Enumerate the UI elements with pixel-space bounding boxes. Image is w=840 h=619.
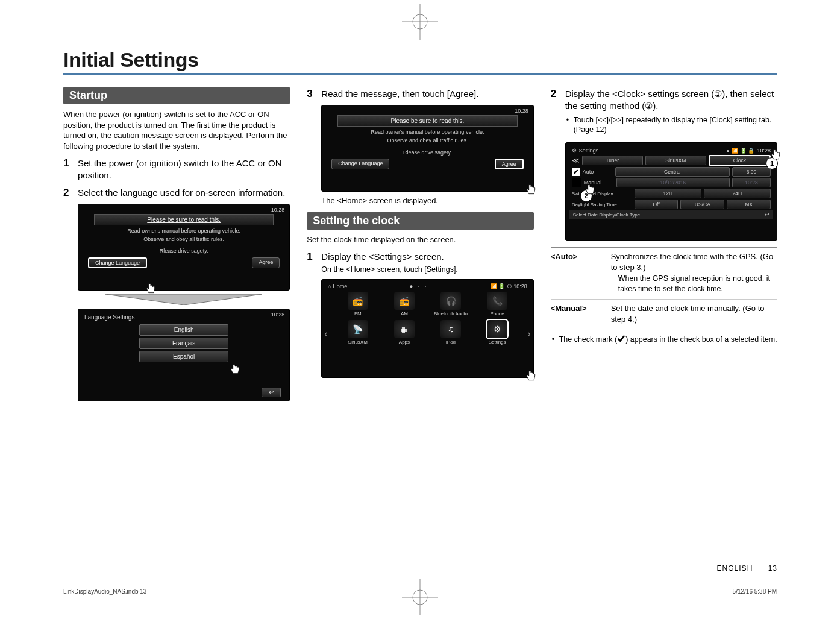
lang-espanol-button[interactable]: Español: [139, 351, 228, 362]
am-icon: 📻: [394, 292, 415, 310]
home-icon: ⌂: [328, 283, 331, 289]
clock-step-1-text: Display the <Settings> screen.: [321, 251, 458, 263]
flow-arrow-icon: [78, 294, 290, 305]
tile-settings-label: Settings: [476, 339, 519, 345]
tab-clock[interactable]: Clock: [709, 155, 771, 166]
btn-dst-usca[interactable]: US/CA: [680, 200, 724, 209]
tile-am[interactable]: 📻AM: [383, 292, 425, 316]
auto-checkbox[interactable]: ✔: [572, 168, 580, 176]
back-button[interactable]: ↩: [262, 388, 281, 397]
btn-dst-mx[interactable]: MX: [727, 200, 771, 209]
caution-msg-3: Rlease drive sagety.: [88, 248, 280, 255]
step-3: 3 Read the message, then touch [Agree].: [307, 88, 533, 100]
clock-scr-time: 10:28: [757, 148, 771, 154]
svg-marker-6: [105, 294, 262, 305]
pointer-hand-icon: [525, 184, 537, 196]
gear-icon: ⚙: [487, 320, 507, 338]
agree-button-2[interactable]: Agree: [495, 159, 524, 169]
print-timestamp: 5/12/16 5:38 PM: [733, 588, 777, 595]
caution-screenshot: 10:28 Please be sure to read this. Read …: [78, 204, 290, 291]
tile-apps-label: Apps: [383, 339, 425, 345]
home-time: 10:28: [513, 283, 527, 289]
caution-screenshot-2: 10:28 Please be sure to read this. Read …: [321, 105, 533, 192]
opt-auto-key: <Auto>: [551, 251, 605, 295]
manual-date[interactable]: 10/12/2016: [616, 178, 730, 187]
tile-bt[interactable]: 🎧Bluetooth Audio: [429, 292, 472, 316]
check-note-b: ) appears in the check box of a selected…: [625, 335, 777, 344]
tab-sxm[interactable]: SiriusXM: [645, 156, 706, 165]
btn-24h[interactable]: 24H: [704, 189, 771, 198]
clock-settings-screenshot: ⚙ Settings · · · ● 📶 🔋 🔒 10:28 ≪ Tuner S…: [565, 142, 777, 241]
clock-step-2: 2 Display the <Clock> settings screen (①…: [551, 88, 777, 137]
pointer-hand-icon: [769, 149, 782, 161]
caution-msg-2: Observe and obey all traffic rules.: [88, 236, 280, 244]
tile-phone-label: Phone: [476, 311, 519, 316]
change-language-button[interactable]: Change Language: [88, 257, 147, 268]
title-rule-2: [63, 77, 777, 77]
caution2-msg-3: Rlease drive sagety.: [331, 149, 523, 157]
tile-apps[interactable]: ▦Apps: [383, 320, 425, 345]
tile-sxm[interactable]: 📡SiriusXM: [336, 320, 379, 345]
tile-bt-label: Bluetooth Audio: [429, 311, 472, 316]
lang-time: 10:28: [271, 312, 285, 318]
page-title: Initial Settings: [63, 48, 777, 72]
home-screenshot: ⌂ Home ● · · 📶 🔋 ⏲ 10:28 ‹ › 📻FM 📻AM 🎧Bl…: [321, 279, 533, 378]
registration-mark-top: [402, 4, 438, 40]
manual-time[interactable]: 10:28: [732, 178, 771, 187]
step-3-line: Read the message, then touch [Agree].: [321, 89, 478, 99]
title-rule-1: [63, 73, 777, 75]
clock-step-num-2: 2: [551, 88, 559, 137]
clock-footer: Select Date Display/Clock Type: [573, 212, 762, 218]
back-icon-clock[interactable]: ↩: [765, 212, 769, 218]
auto-time: 6:00: [732, 167, 771, 177]
step-2: 2 Select the language used for on-screen…: [63, 187, 290, 199]
caution-time: 10:28: [271, 207, 285, 213]
caution-banner: Please be sure to read this.: [94, 214, 274, 225]
manual-checkbox[interactable]: [572, 178, 581, 187]
apps-icon: ▦: [394, 320, 415, 338]
dst-label: Daylight Saving Time: [572, 202, 632, 207]
chevron-right-icon[interactable]: ›: [527, 328, 530, 339]
clock-step-1-sub: On the <Home> screen, touch [Settings].: [321, 265, 458, 275]
tile-ipod[interactable]: ♫iPod: [429, 320, 472, 345]
lang-english-button[interactable]: English: [139, 324, 228, 336]
auto-label: Auto: [583, 169, 613, 175]
agree-button[interactable]: Agree: [252, 257, 280, 268]
home-label: Home: [333, 283, 347, 289]
tile-fm[interactable]: 📻FM: [336, 292, 379, 316]
clock-step-num-1: 1: [307, 251, 315, 274]
home-displayed-note: The <Home> screen is displayed.: [321, 195, 533, 206]
footer-page: 13: [762, 564, 777, 573]
tile-settings[interactable]: ⚙Settings: [476, 320, 519, 345]
bt-icon: 🎧: [440, 292, 461, 310]
check-note-a: The check mark (: [559, 335, 618, 344]
tile-am-label: AM: [383, 311, 425, 316]
pointer-hand-icon: [584, 184, 596, 196]
tile-fm-label: FM: [336, 311, 379, 316]
opt-manual-key: <Manual>: [551, 303, 605, 324]
lang-francais-button[interactable]: Français: [139, 338, 228, 349]
pointer-hand-icon: [145, 283, 157, 295]
btn-dst-off[interactable]: Off: [635, 200, 679, 209]
step-num-2: 2: [63, 187, 72, 199]
auto-zone[interactable]: Central: [615, 167, 730, 177]
startup-intro: When the power (or ignition) switch is s…: [63, 109, 290, 151]
page-dots-icon: ● · ·: [410, 283, 428, 289]
change-language-button-2[interactable]: Change Language: [331, 159, 389, 169]
section-clock: Setting the clock: [307, 212, 533, 230]
options-table: <Auto> Synchronizes the clock time with …: [551, 247, 777, 328]
clock-step-2-bullet: Touch [<<]/[>>] repeatedly to display th…: [565, 115, 777, 136]
step-num-1: 1: [63, 157, 72, 182]
tile-phone[interactable]: 📞Phone: [476, 292, 519, 316]
opt-auto-val: Synchronizes the clock time with the GPS…: [611, 251, 777, 272]
lang-title: Language Settings: [84, 314, 283, 321]
clock-intro: Set the clock time displayed on the scre…: [307, 234, 533, 245]
clock-step-1: 1 Display the <Settings> screen. On the …: [307, 251, 533, 274]
step-3-text: Read the message, then touch [Agree].: [321, 88, 478, 100]
chevron-left-icon[interactable]: ‹: [324, 328, 327, 339]
caution2-msg-2: Observe and obey all traffic rules.: [331, 137, 523, 145]
tab-tuner[interactable]: Tuner: [582, 156, 643, 165]
check-note: The check mark () appears in the check b…: [551, 335, 777, 345]
btn-12h[interactable]: 12H: [635, 189, 701, 198]
tabs-prev-icon[interactable]: ≪: [572, 156, 580, 165]
